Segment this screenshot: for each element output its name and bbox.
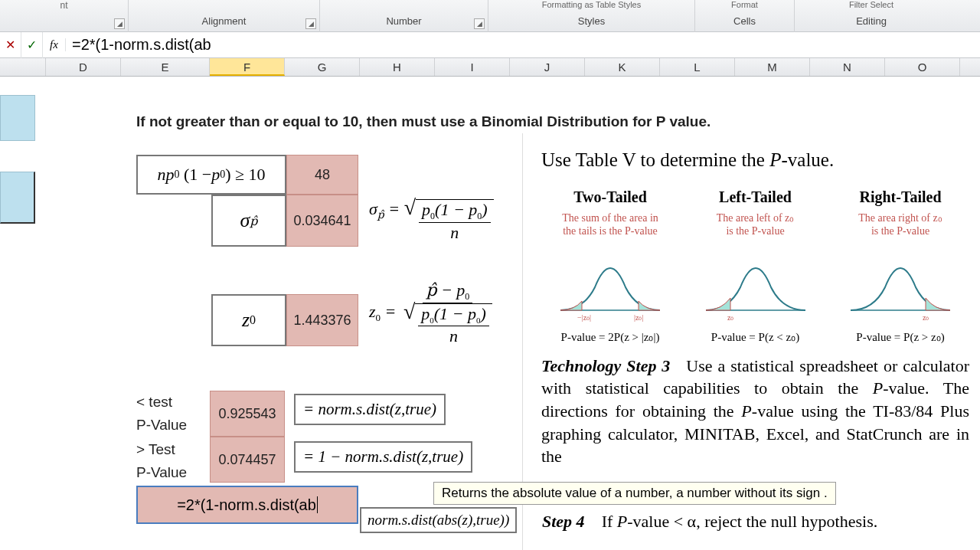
svg-text:z₀: z₀ [923, 313, 929, 322]
enter-button[interactable]: ✓ [21, 32, 43, 58]
column-headers: D E F G H I J K L M N O [0, 58, 980, 77]
lt-test-label2: P-Value [136, 417, 187, 434]
col-header-F[interactable]: F [210, 58, 285, 76]
svg-text:|z₀|: |z₀| [634, 313, 643, 322]
ribbon-group-cells[interactable]: Format Cells [695, 0, 795, 32]
left-tailed-col: Left-Tailed The area left of z₀ is the P… [687, 187, 825, 345]
editing-cell[interactable]: =2*(1-norm.s.dist(ab [136, 486, 358, 524]
col-header-N[interactable]: N [810, 58, 885, 76]
gt-pvalue-cell[interactable]: 0.074457 [210, 437, 285, 483]
fx-button[interactable]: fx [43, 38, 66, 51]
dialog-launcher-icon[interactable]: ◢ [114, 18, 125, 29]
lt-pvalue-cell[interactable]: 0.925543 [210, 391, 285, 437]
col-header-O[interactable]: O [885, 58, 960, 76]
np-value-cell[interactable]: 48 [286, 155, 358, 195]
instruction-text: If not greater than or equal to 10, then… [136, 113, 825, 130]
bell-left-tailed: z₀ [698, 241, 813, 326]
svg-text:z₀: z₀ [727, 313, 733, 322]
sigma-label-cell: σp̂ [211, 195, 286, 247]
col-header-K[interactable]: K [585, 58, 660, 76]
technology-step-3: Technology Step 3 Use a statistical spre… [541, 355, 969, 468]
dialog-launcher-icon[interactable]: ◢ [474, 18, 485, 29]
overlay-title: Use Table V to determine the P-value. [541, 147, 969, 173]
worksheet-grid[interactable]: If not greater than or equal to 10, then… [0, 77, 980, 550]
ribbon-group-font[interactable]: nt ◢ [0, 0, 129, 32]
sigma-value-cell[interactable]: 0.034641 [286, 195, 358, 247]
np-condition-cell: np0 (1 − p0) ≥ 10 [136, 155, 286, 195]
z0-label-cell: z0 [211, 294, 286, 346]
z0-value-cell[interactable]: 1.443376 [286, 294, 358, 346]
col-header-J[interactable]: J [510, 58, 585, 76]
formula-input[interactable]: =2*(1-norm.s.dist(ab [66, 36, 980, 54]
two-tailed-col: Two-Tailed The sum of the area in the ta… [541, 187, 679, 345]
formula-bar: ✕ ✓ fx =2*(1-norm.s.dist(ab [0, 32, 980, 58]
two-tailed-formula-box: norm.s.dist(abs(z),true)) [360, 507, 517, 533]
dialog-launcher-icon[interactable]: ◢ [305, 18, 316, 29]
col-header-M[interactable]: M [735, 58, 810, 76]
cell-blue-2[interactable] [0, 172, 35, 224]
gt-test-label2: P-Value [136, 464, 187, 481]
lt-formula-box: = norm.s.dist(z,true) [294, 394, 446, 425]
col-header-D[interactable]: D [46, 58, 121, 76]
col-header-I[interactable]: I [435, 58, 510, 76]
gt-formula-box: = 1 − norm.s.dist(z,true) [294, 441, 472, 473]
ribbon-groups: nt ◢ Alignment ◢ Number ◢ Formatting as … [0, 0, 980, 32]
right-tailed-col: Right-Tailed The area right of z₀ is the… [831, 187, 969, 345]
step-4-text: Step 4 If P-value < α, reject the null h… [542, 512, 877, 532]
ribbon-group-alignment[interactable]: Alignment ◢ [129, 0, 320, 32]
bell-two-tailed: −|z₀| |z₀| [553, 241, 668, 326]
col-header-E[interactable]: E [121, 58, 210, 76]
gt-test-label1: > Test [136, 441, 175, 458]
col-header-G[interactable]: G [285, 58, 360, 76]
col-header-H[interactable]: H [360, 58, 435, 76]
col-header-L[interactable]: L [660, 58, 735, 76]
svg-text:−|z₀|: −|z₀| [577, 313, 591, 322]
function-tooltip: Returns the absolute value of a number, … [433, 482, 836, 505]
z-formula: z0 = p̂ − p0 √ p0(1 − p0) n [369, 280, 495, 346]
bell-right-tailed: z₀ [843, 241, 958, 326]
ribbon-group-editing[interactable]: Filter Select Editing [795, 0, 948, 32]
sigma-formula: σp̂ = √ p0(1 − p0) n [369, 199, 494, 243]
lt-test-label1: < test [136, 394, 172, 411]
ribbon-group-styles[interactable]: Formatting as Table Styles Styles [488, 0, 695, 32]
cell-blue-1[interactable] [0, 95, 35, 141]
cancel-button[interactable]: ✕ [0, 32, 21, 58]
tails-row: Two-Tailed The sum of the area in the ta… [541, 187, 969, 345]
ribbon-group-number[interactable]: Number ◢ [320, 0, 488, 32]
